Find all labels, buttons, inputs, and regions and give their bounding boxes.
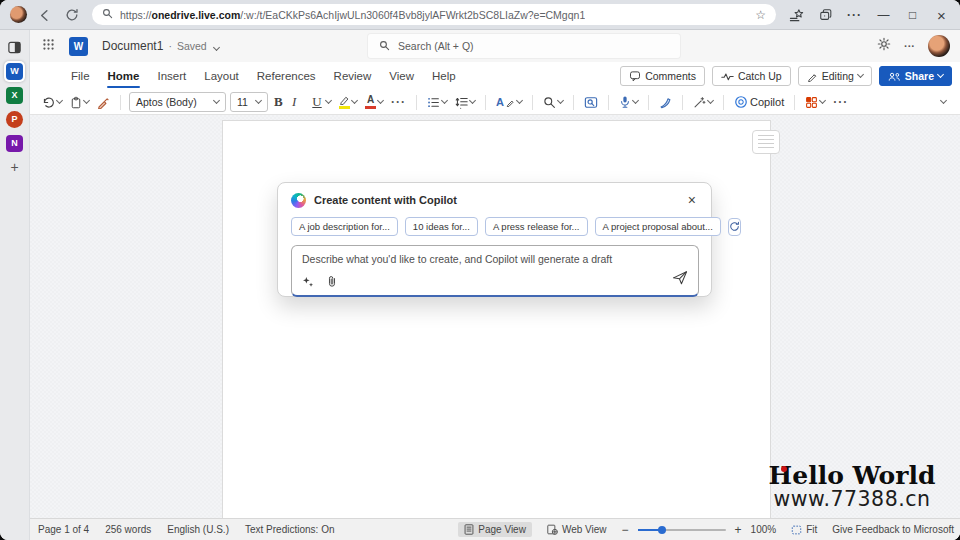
- send-button[interactable]: [672, 270, 688, 289]
- dialog-close-icon[interactable]: ×: [685, 192, 699, 208]
- browser-menu-icon[interactable]: ···: [840, 0, 869, 30]
- font-name-select[interactable]: Aptos (Body): [129, 92, 226, 112]
- bullets-button[interactable]: [425, 96, 449, 109]
- editing-mode-button[interactable]: Editing: [798, 66, 872, 86]
- autoformat-button[interactable]: [691, 96, 715, 109]
- refresh-icon[interactable]: [62, 5, 82, 25]
- app-launcher-icon[interactable]: [42, 37, 55, 55]
- sidebar-add-button[interactable]: +: [10, 155, 18, 179]
- zoom-slider[interactable]: [638, 529, 726, 531]
- chip-press-release[interactable]: A press release for...: [485, 217, 588, 236]
- word-logo-icon[interactable]: W: [69, 37, 88, 56]
- search-document-button[interactable]: [582, 96, 600, 109]
- font-more-button[interactable]: ···: [389, 95, 408, 109]
- zoom-in-button[interactable]: +: [735, 523, 742, 537]
- collapse-ribbon-icon[interactable]: [940, 97, 947, 104]
- back-icon[interactable]: [34, 5, 54, 25]
- sidebar-item-excel[interactable]: X: [6, 83, 23, 107]
- powerpoint-app-icon: P: [6, 111, 23, 128]
- tab-insert[interactable]: Insert: [148, 62, 195, 90]
- onenote-app-icon: N: [6, 135, 23, 152]
- apps-button[interactable]: [803, 96, 827, 109]
- underline-button[interactable]: U: [308, 94, 333, 110]
- tab-home[interactable]: Home: [99, 62, 149, 90]
- line-spacing-button[interactable]: [453, 96, 477, 109]
- maximize-button[interactable]: □: [898, 0, 927, 30]
- word-count[interactable]: 256 words: [105, 524, 151, 535]
- chevron-down-icon: [707, 97, 714, 104]
- web-view-button[interactable]: Web View: [541, 522, 613, 537]
- excel-app-icon: X: [6, 87, 23, 104]
- chip-ideas[interactable]: 10 ideas for...: [405, 217, 478, 236]
- page-view-button[interactable]: Page View: [458, 522, 532, 537]
- document-page[interactable]: [222, 120, 771, 518]
- sidebar-item-powerpoint[interactable]: P: [6, 107, 23, 131]
- tab-help[interactable]: Help: [423, 62, 465, 90]
- zoom-out-button[interactable]: −: [622, 523, 629, 537]
- minimize-button[interactable]: —: [869, 0, 898, 30]
- font-color-button[interactable]: A: [363, 95, 385, 109]
- sidebar-item-onenote[interactable]: N: [6, 131, 23, 155]
- comments-button[interactable]: Comments: [620, 66, 705, 86]
- page-count[interactable]: Page 1 of 4: [38, 524, 89, 535]
- search-box[interactable]: Search (Alt + Q): [368, 34, 680, 58]
- chevron-down-icon[interactable]: [213, 44, 220, 51]
- account-avatar[interactable]: [928, 35, 950, 57]
- clipboard-icon: [70, 96, 82, 109]
- styles-button[interactable]: A: [494, 96, 524, 108]
- plus-icon: +: [10, 159, 18, 175]
- header-more-icon[interactable]: ···: [904, 40, 915, 52]
- font-size-select[interactable]: 11: [230, 92, 268, 112]
- share-button[interactable]: Share: [879, 66, 952, 86]
- tab-file[interactable]: File: [62, 62, 99, 90]
- paste-button[interactable]: [68, 96, 91, 109]
- language-status[interactable]: English (U.S.): [167, 524, 229, 535]
- undo-button[interactable]: [40, 96, 64, 109]
- text-predictions-status[interactable]: Text Predictions: On: [245, 524, 334, 535]
- close-button[interactable]: ×: [927, 0, 956, 30]
- feedback-link[interactable]: Give Feedback to Microsoft: [832, 524, 954, 535]
- collections-icon[interactable]: [811, 0, 840, 30]
- zoom-slider-knob[interactable]: [658, 526, 666, 534]
- zoom-level[interactable]: 100%: [751, 524, 777, 535]
- copilot-button[interactable]: Copilot: [732, 95, 786, 109]
- tab-layout[interactable]: Layout: [195, 62, 248, 90]
- highlight-button[interactable]: [337, 95, 359, 109]
- paperclip-icon[interactable]: [326, 275, 338, 288]
- refresh-suggestions-button[interactable]: [728, 218, 741, 236]
- bookmark-star-icon[interactable]: ☆: [755, 8, 766, 22]
- settings-gear-icon[interactable]: [877, 37, 891, 55]
- find-button[interactable]: [541, 96, 565, 109]
- tab-references[interactable]: References: [248, 62, 325, 90]
- status-bar: Page 1 of 4 256 words English (U.S.) Tex…: [30, 518, 960, 540]
- tab-view[interactable]: View: [380, 62, 423, 90]
- sparkle-icon[interactable]: [302, 276, 315, 288]
- chip-project-proposal[interactable]: A project proposal about...: [595, 217, 721, 236]
- bold-button[interactable]: B: [272, 94, 286, 110]
- catch-up-button[interactable]: Catch Up: [712, 66, 791, 86]
- sidebar-pane-icon[interactable]: [7, 35, 22, 59]
- format-painter-button[interactable]: [95, 96, 112, 109]
- toolbar-more-button[interactable]: ···: [831, 95, 850, 109]
- sidebar-item-word[interactable]: W: [4, 59, 25, 83]
- font-color-swatch: [365, 106, 376, 109]
- italic-button[interactable]: I: [290, 94, 304, 110]
- screen: https://onedrive.live.com/:w:/t/EaCKkPs6…: [0, 0, 960, 540]
- save-status[interactable]: Saved: [177, 40, 207, 52]
- document-title[interactable]: Document1: [102, 39, 163, 53]
- address-bar[interactable]: https://onedrive.live.com/:w:/t/EaCKkPs6…: [92, 4, 776, 25]
- copilot-prompt-input[interactable]: Describe what you'd like to create, and …: [291, 245, 699, 297]
- font-color-letter: A: [367, 95, 374, 105]
- fit-button[interactable]: Fit: [785, 522, 823, 537]
- dictate-button[interactable]: [617, 95, 640, 109]
- comment-card[interactable]: [752, 130, 780, 154]
- chevron-down-icon: [516, 97, 523, 104]
- tab-review[interactable]: Review: [325, 62, 381, 90]
- chip-job-description[interactable]: A job description for...: [291, 217, 398, 236]
- divider: [648, 95, 649, 110]
- editor-button[interactable]: [657, 96, 674, 109]
- browser-actions: ··· — □ ×: [782, 0, 956, 30]
- favorites-icon[interactable]: [782, 0, 811, 30]
- chevron-down-icon: [325, 97, 332, 104]
- word-online: W Document1 · Saved Search (Alt + Q): [30, 30, 960, 540]
